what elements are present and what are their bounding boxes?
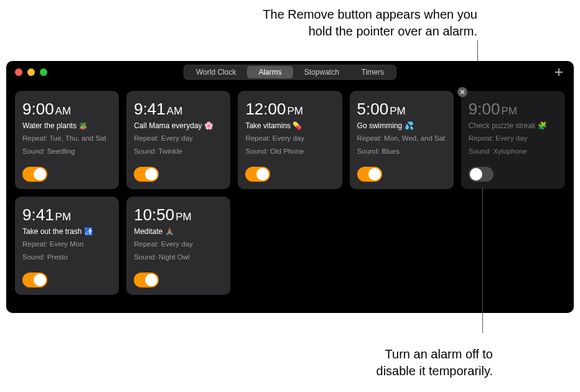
alarm-card[interactable]: 5:00PMGo swimming 💦Repeat: Mon, Wed, and…: [350, 91, 454, 189]
toggle-knob: [34, 274, 46, 286]
titlebar: World ClockAlarmsStopwatchTimers: [6, 61, 574, 83]
alarm-repeat: Repeat: Every Mon: [22, 240, 111, 249]
alarm-card[interactable]: 9:00AMWater the plants 🪴Repeat: Tue, Thu…: [15, 91, 119, 189]
alarm-sound: Sound: Twinkle: [134, 147, 223, 156]
alarm-time: 10:50PM: [134, 205, 223, 225]
alarm-card[interactable]: 10:50PMMeditate 🙏🏽Repeat: Every daySound…: [126, 197, 230, 295]
alarm-grid: 9:00AMWater the plants 🪴Repeat: Tue, Thu…: [6, 83, 574, 302]
alarm-period: PM: [175, 211, 192, 223]
minimize-button[interactable]: [27, 68, 35, 76]
alarm-period: AM: [167, 105, 183, 118]
callout-line: [482, 187, 483, 333]
alarm-repeat: Repeat: Every day: [134, 134, 223, 143]
alarm-repeat: Repeat: Every day: [469, 134, 558, 143]
alarm-toggle[interactable]: [22, 167, 47, 182]
alarm-time: 9:00PM: [469, 100, 558, 119]
alarm-sound: Sound: Seedling: [22, 147, 111, 156]
add-alarm-button[interactable]: [553, 66, 565, 78]
alarm-card[interactable]: 9:41AMCall Mama everyday 🌸Repeat: Every …: [126, 91, 230, 189]
alarm-time: 9:41AM: [134, 100, 223, 119]
alarm-label: Meditate 🙏🏽: [134, 227, 223, 236]
remove-alarm-button[interactable]: [457, 87, 467, 97]
toggle-knob: [256, 168, 269, 180]
alarm-label: Go swimming 💦: [357, 121, 446, 130]
alarm-label: Water the plants 🪴: [22, 121, 111, 130]
alarm-sound: Sound: Night Owl: [134, 253, 223, 262]
alarm-period: PM: [55, 211, 72, 223]
alarm-period: PM: [287, 105, 303, 118]
alarm-card[interactable]: 9:00PMCheck puzzle streak 🧩Repeat: Every…: [461, 91, 565, 189]
x-icon: [460, 90, 465, 95]
tab-bar: World ClockAlarmsStopwatchTimers: [184, 65, 396, 80]
alarm-sound: Sound: Old Phone: [245, 147, 334, 156]
toggle-knob: [368, 168, 381, 180]
alarm-sound: Sound: Blues: [357, 147, 446, 156]
toggle-knob: [34, 168, 46, 180]
tab-alarms[interactable]: Alarms: [247, 66, 292, 78]
callout-toggle-off: Turn an alarm off todisable it temporari…: [377, 346, 493, 380]
alarm-repeat: Repeat: Every day: [134, 240, 223, 249]
alarm-time: 9:00AM: [22, 100, 111, 119]
toggle-knob: [145, 168, 157, 180]
alarm-repeat: Repeat: Mon, Wed, and Sat: [357, 134, 446, 143]
alarm-period: PM: [390, 105, 406, 118]
alarm-toggle[interactable]: [469, 167, 493, 182]
tab-world-clock[interactable]: World Clock: [185, 66, 247, 78]
alarm-toggle[interactable]: [22, 273, 47, 287]
alarm-period: AM: [55, 105, 72, 118]
alarm-toggle[interactable]: [245, 167, 270, 182]
alarm-toggle[interactable]: [134, 167, 159, 182]
alarm-label: Take out the trash 🚮: [22, 227, 111, 236]
alarm-toggle[interactable]: [357, 167, 382, 182]
alarm-label: Take vitamins 💊: [245, 121, 334, 130]
alarm-card[interactable]: 9:41PMTake out the trash 🚮Repeat: Every …: [15, 197, 119, 295]
window-controls: [6, 68, 47, 76]
alarm-time: 12:00PM: [245, 100, 334, 119]
callout-remove-button: The Remove button appears when youhold t…: [263, 6, 477, 40]
alarm-time: 5:00PM: [357, 100, 446, 119]
alarm-sound: Sound: Xylophone: [469, 147, 558, 156]
alarm-time: 9:41PM: [22, 205, 111, 225]
alarm-label: Check puzzle streak 🧩: [469, 121, 558, 130]
alarm-card[interactable]: 12:00PMTake vitamins 💊Repeat: Every dayS…: [238, 91, 342, 189]
alarm-period: PM: [501, 105, 517, 118]
clock-app-window: World ClockAlarmsStopwatchTimers 9:00AMW…: [6, 61, 574, 313]
alarm-sound: Sound: Presto: [22, 253, 111, 262]
toggle-knob: [145, 274, 157, 286]
alarm-label: Call Mama everyday 🌸: [134, 121, 223, 130]
maximize-button[interactable]: [40, 68, 47, 76]
alarm-toggle[interactable]: [134, 273, 159, 287]
close-button[interactable]: [15, 68, 22, 76]
plus-icon: [554, 67, 564, 77]
tab-stopwatch[interactable]: Stopwatch: [293, 66, 350, 78]
alarm-repeat: Repeat: Tue, Thu, and Sat: [22, 134, 111, 143]
alarm-repeat: Repeat: Every day: [245, 134, 334, 143]
tab-timers[interactable]: Timers: [350, 66, 395, 78]
toggle-knob: [470, 168, 482, 180]
